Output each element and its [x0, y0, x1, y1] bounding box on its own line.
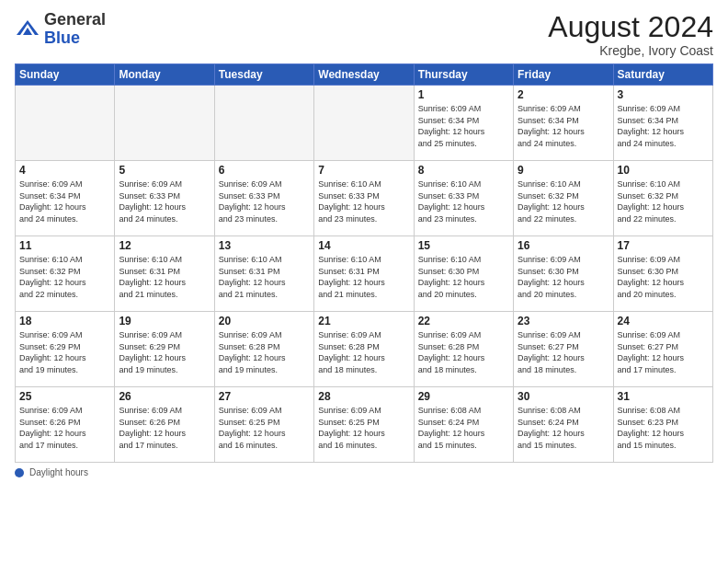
day-info: Sunrise: 6:09 AM Sunset: 6:29 PM Dayligh… [119, 329, 210, 375]
day-header-monday: Monday [115, 64, 214, 86]
logo-general: General [44, 10, 106, 29]
calendar-cell: 10Sunrise: 6:10 AM Sunset: 6:32 PM Dayli… [613, 161, 712, 236]
day-number: 22 [418, 315, 509, 327]
calendar-week-3: 18Sunrise: 6:09 AM Sunset: 6:29 PM Dayli… [16, 312, 713, 387]
day-number: 6 [219, 164, 310, 177]
calendar-table: SundayMondayTuesdayWednesdayThursdayFrid… [15, 63, 713, 463]
calendar-cell: 11Sunrise: 6:10 AM Sunset: 6:32 PM Dayli… [16, 236, 115, 312]
day-info: Sunrise: 6:09 AM Sunset: 6:30 PM Dayligh… [618, 254, 709, 300]
footer: Daylight hours [15, 467, 713, 477]
day-info: Sunrise: 6:09 AM Sunset: 6:34 PM Dayligh… [518, 103, 609, 149]
calendar-cell: 7Sunrise: 6:10 AM Sunset: 6:33 PM Daylig… [314, 161, 414, 236]
day-info: Sunrise: 6:09 AM Sunset: 6:29 PM Dayligh… [19, 329, 110, 375]
calendar-cell: 30Sunrise: 6:08 AM Sunset: 6:24 PM Dayli… [514, 387, 613, 463]
day-info: Sunrise: 6:09 AM Sunset: 6:34 PM Dayligh… [618, 103, 709, 149]
calendar-cell [16, 86, 115, 161]
calendar-cell [314, 86, 414, 161]
day-info: Sunrise: 6:10 AM Sunset: 6:31 PM Dayligh… [119, 254, 210, 300]
day-number: 11 [19, 239, 110, 252]
footer-dot [15, 468, 24, 477]
day-info: Sunrise: 6:09 AM Sunset: 6:28 PM Dayligh… [418, 329, 509, 375]
calendar-cell: 16Sunrise: 6:09 AM Sunset: 6:30 PM Dayli… [514, 236, 613, 312]
day-info: Sunrise: 6:09 AM Sunset: 6:25 PM Dayligh… [318, 405, 409, 451]
day-number: 30 [518, 390, 609, 403]
logo-icon [15, 17, 40, 42]
calendar-cell: 20Sunrise: 6:09 AM Sunset: 6:28 PM Dayli… [214, 312, 313, 387]
header: General Blue August 2024 Kregbe, Ivory C… [15, 11, 713, 58]
calendar-cell: 28Sunrise: 6:09 AM Sunset: 6:25 PM Dayli… [314, 387, 414, 463]
day-info: Sunrise: 6:09 AM Sunset: 6:34 PM Dayligh… [19, 178, 110, 224]
day-number: 7 [318, 164, 409, 177]
day-info: Sunrise: 6:10 AM Sunset: 6:33 PM Dayligh… [418, 178, 509, 224]
day-number: 12 [119, 239, 210, 252]
day-header-sunday: Sunday [16, 64, 115, 86]
day-number: 3 [618, 88, 709, 101]
calendar-cell: 3Sunrise: 6:09 AM Sunset: 6:34 PM Daylig… [613, 86, 712, 161]
day-header-tuesday: Tuesday [214, 64, 313, 86]
calendar-cell: 27Sunrise: 6:09 AM Sunset: 6:25 PM Dayli… [214, 387, 313, 463]
logo-blue: Blue [44, 29, 80, 47]
calendar-cell: 6Sunrise: 6:09 AM Sunset: 6:33 PM Daylig… [214, 161, 313, 236]
day-info: Sunrise: 6:08 AM Sunset: 6:24 PM Dayligh… [518, 405, 609, 451]
day-header-saturday: Saturday [613, 64, 712, 86]
day-info: Sunrise: 6:10 AM Sunset: 6:33 PM Dayligh… [318, 178, 409, 224]
day-info: Sunrise: 6:10 AM Sunset: 6:32 PM Dayligh… [518, 178, 609, 224]
calendar-cell: 12Sunrise: 6:10 AM Sunset: 6:31 PM Dayli… [115, 236, 214, 312]
day-number: 24 [618, 315, 709, 327]
day-info: Sunrise: 6:08 AM Sunset: 6:24 PM Dayligh… [418, 405, 509, 451]
calendar-cell: 19Sunrise: 6:09 AM Sunset: 6:29 PM Dayli… [115, 312, 214, 387]
calendar-week-0: 1Sunrise: 6:09 AM Sunset: 6:34 PM Daylig… [16, 86, 713, 161]
calendar-cell: 25Sunrise: 6:09 AM Sunset: 6:26 PM Dayli… [16, 387, 115, 463]
day-info: Sunrise: 6:09 AM Sunset: 6:33 PM Dayligh… [119, 178, 210, 224]
day-info: Sunrise: 6:10 AM Sunset: 6:32 PM Dayligh… [618, 178, 709, 224]
calendar-cell: 5Sunrise: 6:09 AM Sunset: 6:33 PM Daylig… [115, 161, 214, 236]
calendar-cell: 29Sunrise: 6:08 AM Sunset: 6:24 PM Dayli… [414, 387, 513, 463]
day-info: Sunrise: 6:10 AM Sunset: 6:30 PM Dayligh… [418, 254, 509, 300]
day-number: 10 [618, 164, 709, 177]
day-info: Sunrise: 6:09 AM Sunset: 6:25 PM Dayligh… [219, 405, 310, 451]
day-number: 14 [318, 239, 409, 252]
day-number: 26 [119, 390, 210, 403]
day-info: Sunrise: 6:09 AM Sunset: 6:26 PM Dayligh… [119, 405, 210, 451]
day-info: Sunrise: 6:09 AM Sunset: 6:30 PM Dayligh… [518, 254, 609, 300]
day-info: Sunrise: 6:10 AM Sunset: 6:32 PM Dayligh… [19, 254, 110, 300]
footer-label: Daylight hours [29, 467, 88, 477]
day-number: 27 [219, 390, 310, 403]
title-block: August 2024 Kregbe, Ivory Coast [548, 11, 713, 58]
day-number: 2 [518, 88, 609, 101]
day-number: 23 [518, 315, 609, 327]
day-info: Sunrise: 6:09 AM Sunset: 6:33 PM Dayligh… [219, 178, 310, 224]
day-number: 29 [418, 390, 509, 403]
calendar-cell: 18Sunrise: 6:09 AM Sunset: 6:29 PM Dayli… [16, 312, 115, 387]
month-title: August 2024 [548, 11, 713, 43]
calendar-cell: 14Sunrise: 6:10 AM Sunset: 6:31 PM Dayli… [314, 236, 414, 312]
day-number: 21 [318, 315, 409, 327]
calendar-cell [214, 86, 313, 161]
day-number: 16 [518, 239, 609, 252]
day-number: 18 [19, 315, 110, 327]
day-info: Sunrise: 6:09 AM Sunset: 6:26 PM Dayligh… [19, 405, 110, 451]
day-number: 5 [119, 164, 210, 177]
logo-text: General Blue [44, 11, 106, 48]
calendar-header-row: SundayMondayTuesdayWednesdayThursdayFrid… [16, 64, 713, 86]
day-header-friday: Friday [514, 64, 613, 86]
day-number: 25 [19, 390, 110, 403]
calendar-cell: 8Sunrise: 6:10 AM Sunset: 6:33 PM Daylig… [414, 161, 513, 236]
calendar-cell: 9Sunrise: 6:10 AM Sunset: 6:32 PM Daylig… [514, 161, 613, 236]
day-info: Sunrise: 6:08 AM Sunset: 6:23 PM Dayligh… [618, 405, 709, 451]
location-subtitle: Kregbe, Ivory Coast [548, 43, 713, 58]
day-number: 17 [618, 239, 709, 252]
day-info: Sunrise: 6:09 AM Sunset: 6:34 PM Dayligh… [418, 103, 509, 149]
day-number: 31 [618, 390, 709, 403]
day-number: 1 [418, 88, 509, 101]
calendar-cell [115, 86, 214, 161]
day-info: Sunrise: 6:09 AM Sunset: 6:27 PM Dayligh… [518, 329, 609, 375]
calendar-cell: 31Sunrise: 6:08 AM Sunset: 6:23 PM Dayli… [613, 387, 712, 463]
day-header-thursday: Thursday [414, 64, 513, 86]
day-number: 19 [119, 315, 210, 327]
calendar-week-2: 11Sunrise: 6:10 AM Sunset: 6:32 PM Dayli… [16, 236, 713, 312]
calendar-cell: 2Sunrise: 6:09 AM Sunset: 6:34 PM Daylig… [514, 86, 613, 161]
calendar-cell: 4Sunrise: 6:09 AM Sunset: 6:34 PM Daylig… [16, 161, 115, 236]
day-info: Sunrise: 6:10 AM Sunset: 6:31 PM Dayligh… [219, 254, 310, 300]
calendar-cell: 24Sunrise: 6:09 AM Sunset: 6:27 PM Dayli… [613, 312, 712, 387]
